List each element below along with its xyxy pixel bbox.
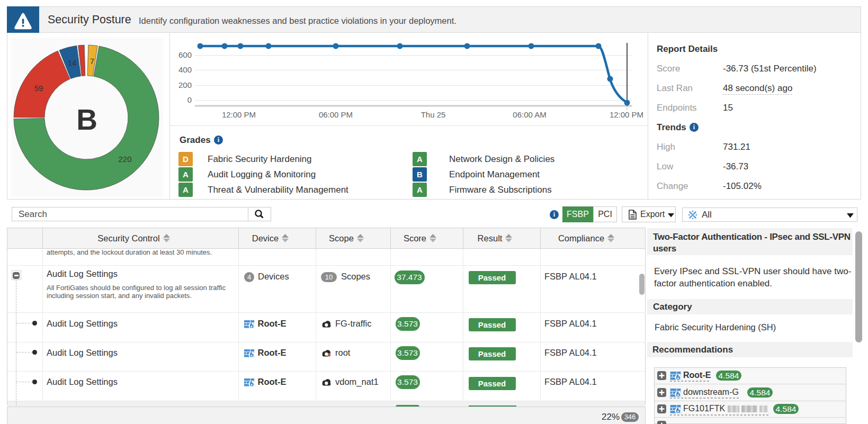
svg-text:14: 14	[68, 58, 77, 67]
svg-text:B: B	[76, 103, 97, 136]
svg-text:200: 200	[178, 80, 192, 89]
svg-text:12:00 PM: 12:00 PM	[222, 110, 256, 119]
svg-text:400: 400	[178, 65, 192, 74]
svg-text:600: 600	[178, 50, 192, 59]
svg-text:06:00 AM: 06:00 AM	[513, 110, 546, 119]
svg-text:220: 220	[118, 155, 131, 164]
svg-text:7: 7	[90, 57, 94, 66]
svg-text:59: 59	[34, 84, 43, 93]
svg-text:12:00 PM: 12:00 PM	[610, 110, 643, 119]
svg-text:0: 0	[187, 95, 192, 104]
svg-text:06:00 PM: 06:00 PM	[319, 110, 353, 119]
svg-text:Thu 25: Thu 25	[421, 110, 446, 119]
